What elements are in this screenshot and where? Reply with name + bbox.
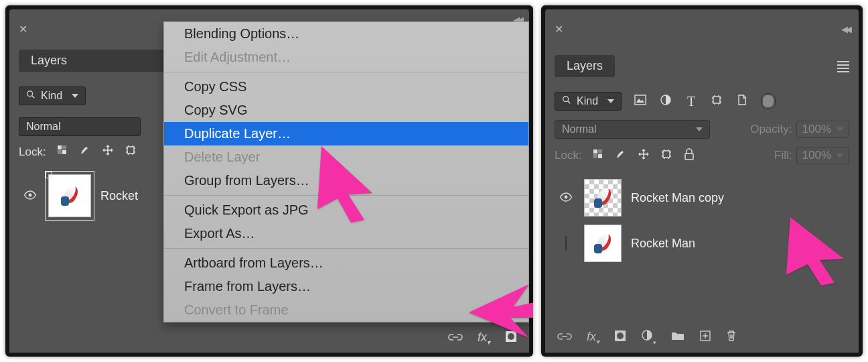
svg-rect-22	[663, 151, 670, 158]
filter-kind-label: Kind	[577, 95, 598, 107]
panel-menu-icon[interactable]	[837, 59, 849, 74]
pixel-filter-icon[interactable]	[634, 95, 647, 109]
filter-icons: T	[634, 93, 776, 109]
blend-mode-value: Normal	[26, 121, 61, 133]
filter-kind-label: Kind	[41, 90, 62, 102]
lock-artboard-icon[interactable]	[660, 148, 673, 164]
lock-brush-icon[interactable]	[614, 148, 628, 164]
svg-rect-5	[58, 150, 62, 154]
svg-point-9	[508, 333, 514, 340]
rocket-illustration	[591, 232, 614, 255]
svg-line-1	[32, 96, 35, 99]
close-icon[interactable]: ✕	[555, 23, 563, 36]
svg-rect-17	[713, 97, 720, 103]
menu-convert-to-frame: Convert to Frame	[164, 298, 528, 322]
svg-rect-20	[598, 149, 602, 154]
link-icon[interactable]	[557, 330, 572, 345]
opacity-input[interactable]: 100%	[796, 121, 849, 138]
svg-point-24	[565, 195, 568, 198]
layer-row[interactable]: Rocket Man	[555, 221, 849, 266]
adjustment-filter-icon[interactable]	[659, 94, 672, 109]
layer-name[interactable]: Rocket	[100, 189, 138, 203]
visibility-placeholder[interactable]	[557, 237, 575, 251]
panel-footer: fx▾	[9, 324, 529, 353]
menu-artboard-from-layers[interactable]: Artboard from Layers…	[164, 251, 528, 275]
lock-brush-icon[interactable]	[78, 144, 92, 160]
fx-icon[interactable]: fx▾	[587, 330, 599, 345]
filter-toggle[interactable]	[761, 93, 776, 109]
menu-frame-from-layers[interactable]: Frame from Layers…	[164, 275, 528, 298]
svg-rect-4	[62, 145, 66, 149]
lock-move-icon[interactable]	[101, 144, 115, 160]
lock-artboard-icon[interactable]	[124, 144, 137, 160]
layer-name[interactable]: Rocket Man	[631, 237, 695, 251]
blend-mode-dropdown[interactable]: Normal	[555, 120, 710, 139]
svg-point-26	[617, 333, 624, 339]
opacity-label: Opacity:	[750, 123, 792, 136]
trash-icon[interactable]	[726, 330, 737, 345]
svg-rect-14	[635, 95, 646, 105]
mask-icon[interactable]	[614, 330, 626, 345]
visibility-icon[interactable]	[557, 191, 575, 205]
svg-rect-18	[593, 149, 597, 154]
svg-point-12	[563, 97, 569, 102]
smartobject-filter-icon[interactable]	[735, 94, 749, 109]
layer-row[interactable]: Rocket Man copy	[555, 175, 849, 221]
chevron-down-icon	[607, 99, 614, 103]
lock-move-icon[interactable]	[637, 148, 650, 164]
close-icon[interactable]: ✕	[19, 23, 27, 36]
chevron-down-icon	[837, 154, 843, 158]
fill-value: 100%	[802, 149, 831, 162]
context-menu: Blending Options… Edit Adjustment… Copy …	[163, 21, 529, 322]
fill-input[interactable]: 100%	[796, 147, 849, 164]
group-icon[interactable]	[671, 330, 684, 345]
layers-panel-right: ✕ ◀◀ Layers Kind	[541, 5, 863, 357]
visibility-icon[interactable]	[21, 189, 39, 203]
type-filter-icon[interactable]: T	[684, 94, 698, 109]
svg-rect-21	[593, 154, 597, 158]
menu-delete-layer: Delete Layer	[164, 145, 528, 169]
chevron-down-icon	[72, 94, 78, 98]
filter-kind-dropdown[interactable]: Kind	[555, 92, 622, 111]
svg-line-13	[568, 101, 571, 104]
lock-label: Lock:	[19, 145, 46, 159]
svg-rect-19	[598, 154, 602, 158]
filter-kind-dropdown[interactable]: Kind	[19, 86, 86, 105]
lock-all-icon[interactable]	[682, 148, 696, 164]
search-icon	[26, 90, 35, 102]
layer-thumbnail[interactable]	[584, 225, 622, 262]
menu-group-from-layers[interactable]: Group from Layers…	[164, 169, 528, 192]
svg-rect-6	[127, 147, 134, 154]
link-icon[interactable]	[448, 331, 463, 345]
menu-edit-adjustment: Edit Adjustment…	[164, 46, 528, 69]
adjustment-layer-icon[interactable]: ▾	[641, 329, 656, 346]
new-layer-icon[interactable]	[699, 330, 711, 345]
menu-quick-export[interactable]: Quick Export as JPG	[164, 198, 528, 222]
panel-tabbar: ✕ ◀◀	[555, 19, 849, 39]
blend-mode-dropdown[interactable]: Normal	[19, 117, 141, 136]
menu-copy-svg[interactable]: Copy SVG	[164, 99, 528, 122]
layers-panel-left: ✕ Layers Kind Normal Lock:	[5, 5, 533, 357]
menu-export-as[interactable]: Export As…	[164, 222, 528, 245]
shape-filter-icon[interactable]	[710, 94, 723, 109]
mask-icon[interactable]	[505, 330, 517, 346]
rocket-illustration	[591, 186, 614, 209]
lock-transparent-icon[interactable]	[591, 149, 605, 163]
collapse-icon[interactable]: ◀◀	[841, 24, 849, 34]
rocket-illustration	[58, 184, 81, 207]
menu-duplicate-layer[interactable]: Duplicate Layer…	[164, 122, 528, 145]
svg-point-0	[27, 91, 33, 97]
search-icon	[562, 95, 571, 107]
lock-label: Lock:	[555, 149, 582, 162]
fx-icon[interactable]: fx▾	[478, 330, 490, 346]
layer-thumbnail[interactable]	[584, 179, 622, 217]
menu-blending-options[interactable]: Blending Options…	[164, 22, 528, 46]
layer-thumbnail[interactable]	[48, 174, 91, 217]
panel-footer: fx▾ ▾	[545, 322, 859, 353]
svg-marker-15	[636, 99, 644, 103]
svg-rect-3	[62, 150, 66, 154]
tab-layers[interactable]: Layers	[555, 55, 615, 77]
menu-copy-css[interactable]: Copy CSS	[164, 75, 528, 99]
layer-name[interactable]: Rocket Man copy	[631, 191, 724, 205]
lock-transparent-icon[interactable]	[56, 145, 69, 159]
